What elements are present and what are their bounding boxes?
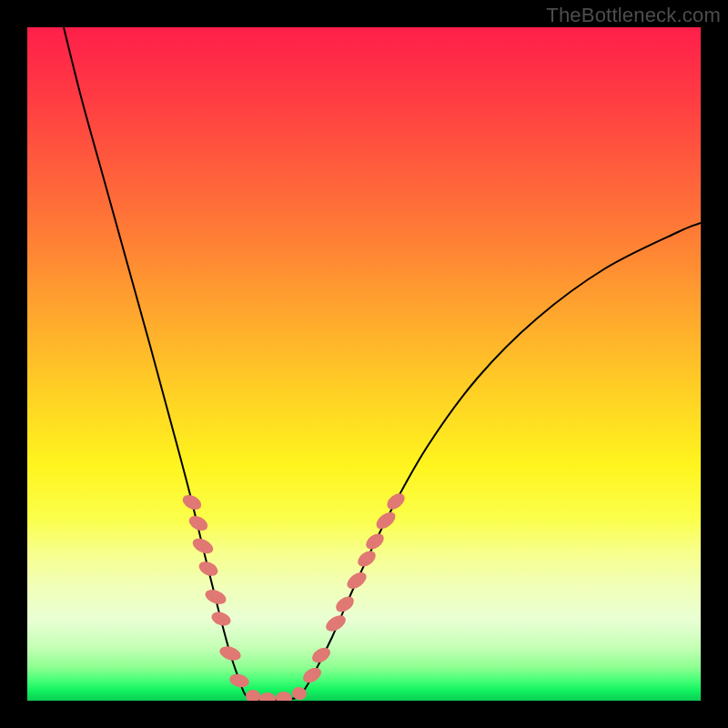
marker-bead xyxy=(355,548,379,570)
marker-bead xyxy=(363,531,387,552)
marker-bead xyxy=(203,587,228,607)
marker-bead xyxy=(228,672,251,689)
marker-bead xyxy=(197,559,220,579)
marker-bead xyxy=(209,610,232,629)
chart-plot-area xyxy=(27,27,701,701)
marker-bead xyxy=(384,490,408,513)
marker-bead xyxy=(217,644,242,663)
bottleneck-curve xyxy=(64,27,701,700)
marker-bead xyxy=(190,535,216,556)
marker-bead xyxy=(300,664,324,686)
marker-bead xyxy=(246,690,260,701)
marker-bead xyxy=(323,612,349,635)
marker-bead xyxy=(333,593,357,615)
marker-bead xyxy=(259,693,276,701)
chart-frame: TheBottleneck.com xyxy=(0,0,728,728)
marker-bead xyxy=(276,692,292,701)
watermark-text: TheBottleneck.com xyxy=(546,4,721,27)
marker-bead xyxy=(309,644,333,666)
marker-bead xyxy=(180,492,204,513)
chart-svg xyxy=(27,27,701,701)
marker-bead xyxy=(344,569,369,592)
marker-beads xyxy=(180,490,408,701)
marker-bead xyxy=(373,509,399,532)
